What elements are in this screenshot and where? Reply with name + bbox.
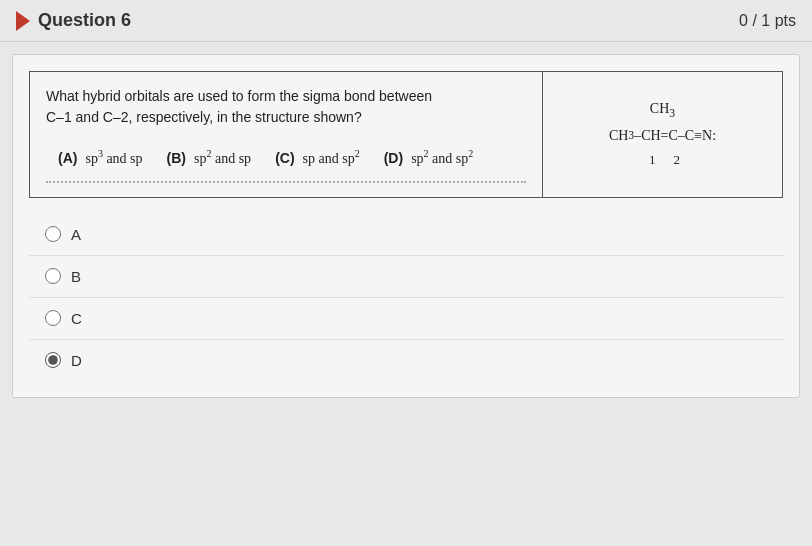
structure-area: CH3 CH3–CH=C–C≡N: 1 2 xyxy=(542,72,782,197)
answers-row: (A) sp3 and sp (B) sp2 and sp (C) sp and… xyxy=(46,146,526,183)
radio-row-b[interactable]: B xyxy=(29,256,783,298)
header-left: Question 6 xyxy=(16,10,131,31)
question-title: Question 6 xyxy=(38,10,131,31)
structure-label-2: 2 xyxy=(674,150,681,171)
structure-label-1: 1 xyxy=(649,150,656,171)
question-line2: C–1 and C–2, respectively, in the struct… xyxy=(46,107,526,128)
choice-c-text: sp and sp2 xyxy=(303,146,360,169)
choice-b-label: (B) xyxy=(167,148,186,169)
question-text-area: What hybrid orbitals are used to form th… xyxy=(30,72,542,197)
question-box: What hybrid orbitals are used to form th… xyxy=(29,71,783,198)
radio-d[interactable] xyxy=(45,352,61,368)
radio-a-label: A xyxy=(71,226,81,243)
main-content: What hybrid orbitals are used to form th… xyxy=(12,54,800,398)
choice-b: (B) sp2 and sp xyxy=(155,146,264,169)
question-line1: What hybrid orbitals are used to form th… xyxy=(46,86,526,107)
choice-a: (A) sp3 and sp xyxy=(46,146,155,169)
structure-top: CH3 xyxy=(609,98,716,123)
radio-options: A B C D xyxy=(29,214,783,381)
radio-b[interactable] xyxy=(45,268,61,284)
radio-row-d[interactable]: D xyxy=(29,340,783,381)
pts-label: 0 / 1 pts xyxy=(739,12,796,30)
choice-d-text: sp2 and sp2 xyxy=(411,146,473,169)
choice-d: (D) sp2 and sp2 xyxy=(372,146,486,169)
question-header: Question 6 0 / 1 pts xyxy=(0,0,812,42)
structure-main-line: CH3–CH=C–C≡N: xyxy=(609,125,716,147)
structure-labels: 1 2 xyxy=(609,150,716,171)
radio-d-label: D xyxy=(71,352,82,369)
choice-a-label: (A) xyxy=(58,148,77,169)
choice-c: (C) sp and sp2 xyxy=(263,146,372,169)
structure-diagram: CH3 CH3–CH=C–C≡N: 1 2 xyxy=(609,98,716,171)
radio-c-label: C xyxy=(71,310,82,327)
choice-a-text: sp3 and sp xyxy=(85,146,142,169)
choice-c-label: (C) xyxy=(275,148,294,169)
radio-b-label: B xyxy=(71,268,81,285)
radio-a[interactable] xyxy=(45,226,61,242)
radio-c[interactable] xyxy=(45,310,61,326)
choice-d-label: (D) xyxy=(384,148,403,169)
radio-row-a[interactable]: A xyxy=(29,214,783,256)
arrow-icon xyxy=(16,11,30,31)
radio-row-c[interactable]: C xyxy=(29,298,783,340)
choice-b-text: sp2 and sp xyxy=(194,146,251,169)
